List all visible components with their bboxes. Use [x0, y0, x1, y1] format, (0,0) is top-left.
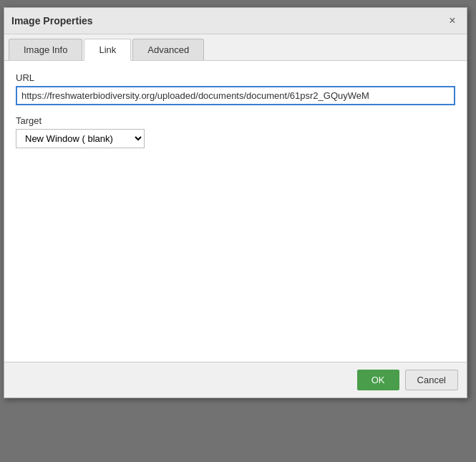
url-label: URL [16, 72, 455, 83]
url-field-group: URL [16, 72, 455, 115]
tab-advanced[interactable]: Advanced [132, 39, 204, 60]
tabs-bar: Image Info Link Advanced [4, 34, 467, 61]
dialog-title: Image Properties [11, 15, 93, 27]
tab-link[interactable]: Link [84, 39, 131, 61]
close-button[interactable]: × [445, 14, 460, 28]
target-label: Target [16, 115, 455, 126]
dialog-overlay: Image Properties × Image Info Link Advan… [0, 0, 476, 462]
tab-image-info[interactable]: Image Info [9, 39, 82, 60]
url-input[interactable] [16, 86, 455, 105]
target-field-group: Target New Window ( blank) [16, 115, 455, 148]
dialog-body: URL Target New Window ( blank) [4, 61, 467, 362]
ok-button[interactable]: OK [357, 370, 399, 390]
image-properties-dialog: Image Properties × Image Info Link Advan… [4, 7, 467, 398]
cancel-button[interactable]: Cancel [405, 370, 458, 390]
dialog-footer: OK Cancel [4, 362, 467, 398]
dialog-titlebar: Image Properties × [4, 8, 467, 34]
target-select[interactable]: New Window ( blank) [16, 129, 145, 148]
